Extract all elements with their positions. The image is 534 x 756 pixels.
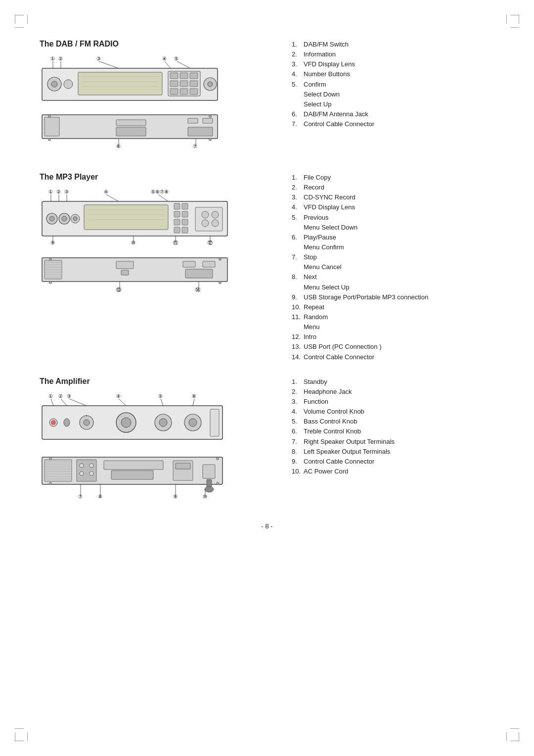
list-item: 10. Repeat <box>292 302 494 312</box>
list-item: 10. AC Power Cord <box>292 467 494 476</box>
list-item: 14. Control Cable Connector <box>292 352 494 362</box>
mp3-back-diagram: ⑬ ⑭ <box>40 255 277 299</box>
svg-rect-33 <box>116 127 146 136</box>
svg-rect-24 <box>190 81 198 87</box>
svg-rect-21 <box>190 73 198 79</box>
dab-back-svg: ⑥ ⑦ <box>40 112 222 154</box>
svg-line-53 <box>106 194 119 201</box>
svg-rect-66 <box>174 203 180 209</box>
svg-rect-151 <box>111 471 153 479</box>
svg-rect-154 <box>203 465 215 478</box>
list-item: 3. Function <box>292 397 494 407</box>
side-mark <box>510 728 519 729</box>
svg-point-156 <box>205 486 214 492</box>
mp3-diagram-area: The MP3 Player ① ② ③ ④ ⑤⑥⑦⑧ <box>40 173 277 362</box>
list-item: 13. USB Port (PC Connection ) <box>292 342 494 352</box>
svg-point-148 <box>89 464 93 468</box>
svg-point-12 <box>51 81 57 87</box>
svg-line-8 <box>165 61 171 68</box>
side-mark <box>510 27 519 28</box>
dab-feature-list-area: 1. DAB/FM Switch 2. Information 3. VFD D… <box>277 40 494 158</box>
mp3-back-svg: ⑬ ⑭ <box>40 255 232 297</box>
svg-rect-23 <box>180 81 188 87</box>
amp-back-svg: ⑦ ⑧ ⑨ ⑩ <box>40 455 227 504</box>
svg-text:④: ④ <box>162 56 167 61</box>
svg-line-119 <box>161 399 163 406</box>
svg-line-54 <box>158 194 168 201</box>
svg-rect-26 <box>180 89 188 94</box>
svg-rect-34 <box>188 118 198 123</box>
svg-rect-31 <box>44 117 59 136</box>
svg-point-126 <box>84 420 89 425</box>
svg-point-102 <box>219 258 222 261</box>
svg-line-116 <box>61 399 67 406</box>
svg-text:⑧: ⑧ <box>98 494 102 499</box>
svg-rect-27 <box>190 89 198 94</box>
corner-mark-tl <box>15 15 24 24</box>
list-item: 2. Headphone Jack <box>292 387 494 397</box>
svg-point-133 <box>189 419 197 426</box>
svg-point-57 <box>49 216 54 221</box>
mp3-section: The MP3 Player ① ② ③ ④ ⑤⑥⑦⑧ <box>40 173 494 362</box>
svg-text:①: ① <box>48 393 53 399</box>
svg-text:⑦: ⑦ <box>193 143 197 149</box>
svg-text:⑨: ⑨ <box>50 240 55 245</box>
svg-rect-71 <box>182 219 188 225</box>
list-item: 7. Control Cable Connector <box>292 119 494 129</box>
list-item: 8. Next Menu Select Up <box>292 272 494 292</box>
svg-rect-96 <box>116 261 134 269</box>
svg-text:⑥: ⑥ <box>116 143 121 149</box>
svg-rect-98 <box>183 261 195 267</box>
list-item: 7. Stop Menu Cancel <box>292 252 494 272</box>
svg-rect-134 <box>210 409 219 436</box>
dab-diagram-area: The DAB / FM RADIO ① ② ③ ④ ⑤ <box>40 40 277 158</box>
svg-point-61 <box>73 217 77 221</box>
amp-front-svg: ① ② ③ ④ ⑤ ⑥ <box>40 392 227 451</box>
svg-rect-74 <box>195 207 222 231</box>
mp3-title: The MP3 Player <box>40 173 277 182</box>
svg-point-159 <box>49 482 52 484</box>
list-item: 6. DAB/FM Antenna Jack <box>292 109 494 119</box>
svg-rect-36 <box>188 127 213 136</box>
svg-rect-20 <box>180 73 188 79</box>
svg-rect-25 <box>170 89 178 94</box>
svg-point-146 <box>80 464 84 468</box>
svg-line-120 <box>193 399 194 406</box>
svg-rect-72 <box>174 227 180 233</box>
svg-point-37 <box>48 115 51 118</box>
amp-diagram-area: The Amplifier ① ② ③ ④ ⑤ ⑥ <box>40 377 277 508</box>
svg-point-75 <box>202 211 209 218</box>
dab-front-diagram: ① ② ③ ④ ⑤ <box>40 54 277 110</box>
svg-point-160 <box>217 482 219 484</box>
svg-text:③: ③ <box>67 393 71 399</box>
svg-text:⑥: ⑥ <box>192 393 196 399</box>
svg-point-104 <box>219 282 222 284</box>
amp-section: The Amplifier ① ② ③ ④ ⑤ ⑥ <box>40 377 494 508</box>
list-item: 5. Bass Control Knob <box>292 417 494 426</box>
side-mark <box>27 732 28 741</box>
amp-feature-list-area: 1. Standby 2. Headphone Jack 3. Function… <box>277 377 494 508</box>
svg-point-123 <box>51 421 55 425</box>
svg-point-103 <box>49 282 52 284</box>
list-item: 8. Left Speaker Output Terminals <box>292 447 494 457</box>
svg-text:⑩: ⑩ <box>203 494 207 499</box>
side-mark <box>27 15 28 24</box>
amp-front-diagram: ① ② ③ ④ ⑤ ⑥ <box>40 392 277 453</box>
svg-point-129 <box>121 418 131 427</box>
svg-point-131 <box>159 419 167 426</box>
svg-point-40 <box>209 139 212 141</box>
side-mark <box>15 728 24 729</box>
svg-rect-70 <box>174 219 180 225</box>
svg-text:①: ① <box>50 56 55 61</box>
svg-line-118 <box>119 399 126 406</box>
list-item: 1. DAB/FM Switch <box>292 40 494 49</box>
list-item: 2. Record <box>292 183 494 192</box>
svg-point-158 <box>217 457 219 460</box>
svg-text:⑩: ⑩ <box>131 240 135 245</box>
svg-text:⑭: ⑭ <box>195 287 200 292</box>
list-item: 4. Volume Control Knob <box>292 407 494 417</box>
list-item: 4. Number Buttons <box>292 69 494 79</box>
svg-rect-136 <box>44 460 72 481</box>
svg-point-38 <box>209 115 212 118</box>
corner-mark-br <box>510 732 519 741</box>
